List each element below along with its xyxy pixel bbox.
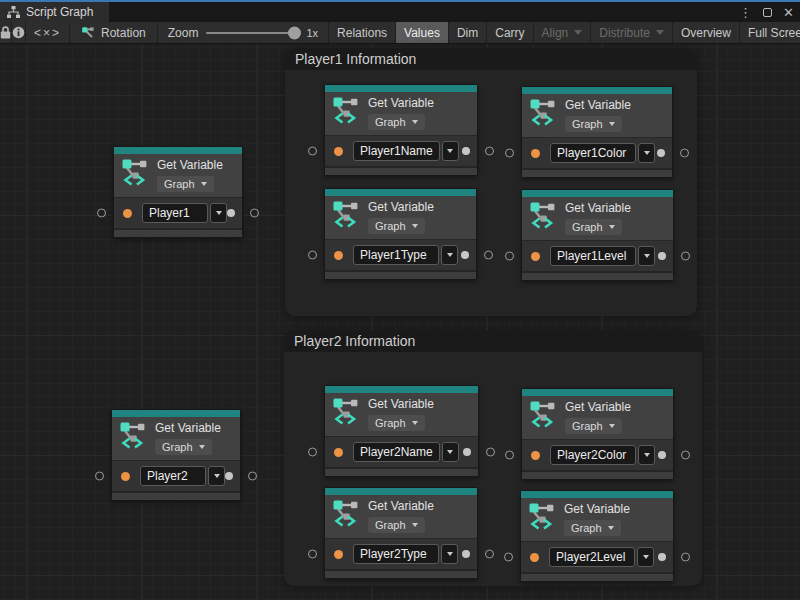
variable-name-field[interactable]: Player2Color xyxy=(550,445,636,465)
variable-port-icon[interactable] xyxy=(334,251,343,260)
zoom-slider[interactable] xyxy=(206,32,298,34)
output-socket[interactable] xyxy=(484,251,493,260)
group-header[interactable]: Player2 Information xyxy=(284,330,702,352)
scope-dropdown[interactable]: Graph xyxy=(368,218,425,234)
output-socket[interactable] xyxy=(681,451,690,460)
output-port-icon[interactable] xyxy=(462,550,470,558)
node-header[interactable]: Get Variable Graph xyxy=(522,197,673,240)
node-get-variable-player2color[interactable]: Get Variable Graph Player2Color xyxy=(521,388,674,480)
tab-script-graph[interactable]: Script Graph xyxy=(0,2,109,22)
output-socket[interactable] xyxy=(486,448,495,457)
node-header[interactable]: Get Variable Graph xyxy=(325,92,477,135)
node-header[interactable]: Get Variable Graph xyxy=(114,154,242,197)
variable-name-field[interactable]: Player2Level xyxy=(549,547,635,567)
scope-dropdown[interactable]: Graph xyxy=(155,439,212,455)
variable-name-field[interactable]: Player2Type xyxy=(353,544,439,564)
variable-port-icon[interactable] xyxy=(123,209,132,218)
output-port-icon[interactable] xyxy=(657,149,665,157)
variable-port-icon[interactable] xyxy=(530,553,539,562)
variable-port-icon[interactable] xyxy=(121,472,130,481)
node-header[interactable]: Get Variable Graph xyxy=(325,495,477,538)
output-socket[interactable] xyxy=(681,252,690,261)
node-header[interactable]: Get Variable Graph xyxy=(325,196,476,239)
scope-dropdown[interactable]: Graph xyxy=(368,517,425,533)
variable-dropdown-button[interactable] xyxy=(442,141,459,161)
output-port-icon[interactable] xyxy=(462,147,470,155)
output-socket[interactable] xyxy=(485,550,494,559)
variable-port-icon[interactable] xyxy=(531,149,540,158)
node-get-variable-player2level[interactable]: Get Variable Graph Player2Level xyxy=(520,490,674,582)
variable-name-field[interactable]: Player1Color xyxy=(550,143,636,163)
variable-name-field[interactable]: Player1Level xyxy=(550,246,636,266)
output-port-icon[interactable] xyxy=(227,209,235,217)
input-socket[interactable] xyxy=(308,147,317,156)
variable-dropdown-button[interactable] xyxy=(441,245,458,265)
scope-dropdown[interactable]: Graph xyxy=(157,176,214,192)
variable-port-icon[interactable] xyxy=(334,147,343,156)
embed-code-button[interactable]: <×> xyxy=(26,22,70,43)
input-socket[interactable] xyxy=(505,149,514,158)
variable-name-field[interactable]: Player1 xyxy=(142,203,208,223)
variable-dropdown-button[interactable] xyxy=(210,203,227,223)
output-port-icon[interactable] xyxy=(225,472,233,480)
scope-dropdown[interactable]: Graph xyxy=(565,116,622,132)
window-menu-icon[interactable]: ⋮ xyxy=(739,6,752,19)
overview-button[interactable]: Overview xyxy=(673,22,740,43)
node-get-variable-player2name[interactable]: Get Variable Graph Player2Name xyxy=(324,385,479,477)
input-socket[interactable] xyxy=(308,550,317,559)
variable-port-icon[interactable] xyxy=(334,550,343,559)
variable-dropdown-button[interactable] xyxy=(638,445,655,465)
output-port-icon[interactable] xyxy=(658,451,666,459)
lock-button[interactable] xyxy=(0,22,12,43)
output-port-icon[interactable] xyxy=(463,448,471,456)
maximize-icon[interactable] xyxy=(763,8,772,17)
variable-dropdown-button[interactable] xyxy=(637,547,654,567)
relations-button[interactable]: Relations xyxy=(329,22,396,43)
rotation-button[interactable]: Rotation xyxy=(70,22,158,43)
graph-canvas[interactable]: Player1 Information Player2 Information … xyxy=(0,44,800,600)
node-header[interactable]: Get Variable Graph xyxy=(522,94,672,137)
node-get-variable-player1level[interactable]: Get Variable Graph Player1Level xyxy=(521,189,674,281)
input-socket[interactable] xyxy=(308,448,317,457)
scope-dropdown[interactable]: Graph xyxy=(565,418,622,434)
output-socket[interactable] xyxy=(248,472,257,481)
input-socket[interactable] xyxy=(505,252,514,261)
variable-dropdown-button[interactable] xyxy=(442,442,459,462)
variable-dropdown-button[interactable] xyxy=(638,246,655,266)
node-get-variable-player2type[interactable]: Get Variable Graph Player2Type xyxy=(324,487,478,579)
node-header[interactable]: Get Variable Graph xyxy=(325,393,478,436)
values-button[interactable]: Values xyxy=(396,22,449,43)
output-port-icon[interactable] xyxy=(461,251,469,259)
variable-name-field[interactable]: Player1Type xyxy=(353,245,439,265)
info-button[interactable] xyxy=(12,22,26,43)
scope-dropdown[interactable]: Graph xyxy=(368,415,425,431)
variable-port-icon[interactable] xyxy=(531,451,540,460)
output-socket[interactable] xyxy=(250,209,259,218)
node-get-variable-player1type[interactable]: Get Variable Graph Player1Type xyxy=(324,188,477,280)
input-socket[interactable] xyxy=(97,209,106,218)
scope-dropdown[interactable]: Graph xyxy=(565,219,622,235)
variable-port-icon[interactable] xyxy=(531,252,540,261)
variable-name-field[interactable]: Player2 xyxy=(140,466,206,486)
variable-port-icon[interactable] xyxy=(334,448,343,457)
node-get-variable-player2[interactable]: Get Variable Graph Player2 xyxy=(111,409,241,501)
output-socket[interactable] xyxy=(680,149,689,158)
node-get-variable-player1[interactable]: Get Variable Graph Player1 xyxy=(113,146,243,238)
input-socket[interactable] xyxy=(505,451,514,460)
variable-dropdown-button[interactable] xyxy=(638,143,655,163)
node-header[interactable]: Get Variable Graph xyxy=(521,498,673,541)
group-header[interactable]: Player1 Information xyxy=(285,48,697,70)
scope-dropdown[interactable]: Graph xyxy=(564,520,621,536)
node-header[interactable]: Get Variable Graph xyxy=(522,396,673,439)
scope-dropdown[interactable]: Graph xyxy=(368,114,425,130)
node-get-variable-player1color[interactable]: Get Variable Graph Player1Color xyxy=(521,86,673,178)
input-socket[interactable] xyxy=(95,472,104,481)
close-icon[interactable]: ✕ xyxy=(783,6,794,19)
node-get-variable-player1name[interactable]: Get Variable Graph Player1Name xyxy=(324,84,478,176)
variable-name-field[interactable]: Player2Name xyxy=(353,442,440,462)
output-port-icon[interactable] xyxy=(658,252,666,260)
variable-dropdown-button[interactable] xyxy=(208,466,225,486)
input-socket[interactable] xyxy=(308,251,317,260)
output-socket[interactable] xyxy=(485,147,494,156)
variable-name-field[interactable]: Player1Name xyxy=(353,141,440,161)
